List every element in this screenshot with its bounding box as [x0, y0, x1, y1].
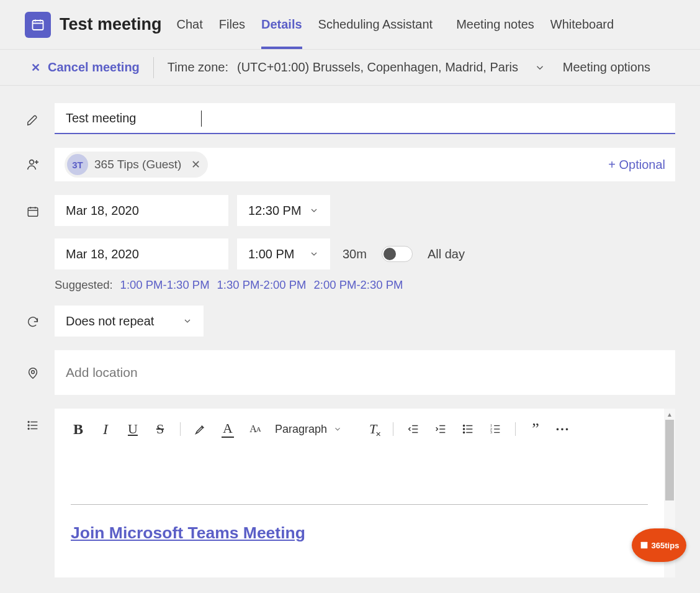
- numbered-list-button[interactable]: 123: [483, 417, 508, 441]
- recurrence-row: Does not repeat: [25, 306, 675, 337]
- location-input[interactable]: [55, 350, 675, 395]
- action-bar: ✕ Cancel meeting Time zone: (UTC+01:00) …: [0, 50, 700, 86]
- clear-formatting-button[interactable]: T✕: [361, 417, 385, 441]
- scroll-up-arrow-icon[interactable]: ▲: [664, 409, 675, 420]
- toolbar-separator: [515, 422, 516, 436]
- scroll-thumb[interactable]: [665, 420, 674, 500]
- cancel-meeting-button[interactable]: ✕ Cancel meeting: [31, 57, 154, 78]
- tab-whiteboard[interactable]: Whiteboard: [550, 0, 614, 49]
- suggested-label: Suggested:: [55, 278, 113, 292]
- quote-button[interactable]: ”: [523, 417, 548, 441]
- svg-point-29: [464, 432, 465, 433]
- add-optional-button[interactable]: + Optional: [608, 158, 665, 172]
- svg-point-27: [464, 425, 465, 426]
- attendee-name: 365 Tips (Guest): [94, 158, 181, 171]
- suggested-slot[interactable]: 1:30 PM-2:00 PM: [217, 278, 307, 292]
- top-header: Test meeting Chat Files Details Scheduli…: [0, 0, 700, 50]
- tab-scheduling-assistant[interactable]: Scheduling Assistant: [318, 0, 433, 49]
- attendee-chip: 3T 365 Tips (Guest) ✕: [65, 152, 208, 178]
- svg-point-17: [28, 428, 29, 430]
- calendar-app-icon: [25, 12, 51, 38]
- duration-label: 30m: [343, 247, 367, 261]
- toolbar-separator: [393, 422, 393, 436]
- svg-rect-0: [33, 20, 43, 30]
- strikethrough-button[interactable]: S: [148, 417, 173, 441]
- svg-point-4: [30, 160, 34, 165]
- allday-toggle[interactable]: [382, 246, 413, 262]
- more-options-button[interactable]: ···: [550, 417, 575, 441]
- editor-body[interactable]: Join Microsoft Teams Meeting: [55, 450, 664, 577]
- horizontal-rule: [71, 504, 648, 505]
- italic-button[interactable]: I: [93, 417, 118, 441]
- bold-button[interactable]: B: [66, 417, 91, 441]
- meeting-options-button[interactable]: Meeting options: [563, 60, 675, 75]
- recurrence-select[interactable]: Does not repeat: [55, 306, 204, 337]
- tab-files[interactable]: Files: [219, 0, 245, 49]
- underline-button[interactable]: U: [120, 417, 145, 441]
- paragraph-style-label: Paragraph: [275, 423, 327, 436]
- chevron-down-icon: [333, 425, 342, 433]
- page-title: Test meeting: [60, 15, 162, 34]
- recurrence-value: Does not repeat: [66, 314, 154, 328]
- timezone-label: Time zone:: [168, 60, 228, 75]
- outdent-button[interactable]: [401, 417, 426, 441]
- allday-label: All day: [428, 247, 465, 261]
- text-caret: [201, 111, 202, 127]
- start-time-field[interactable]: 12:30 PM: [237, 195, 330, 226]
- meeting-title-input[interactable]: [55, 103, 675, 134]
- repeat-icon: [25, 314, 41, 330]
- editor-toolbar: B I U S A AA Paragraph: [55, 409, 664, 450]
- start-date-field[interactable]: Mar 18, 2020: [55, 195, 228, 226]
- highlight-button[interactable]: [188, 417, 213, 441]
- font-color-button[interactable]: A: [215, 417, 240, 441]
- chevron-down-icon: [309, 206, 319, 215]
- svg-point-28: [464, 428, 465, 430]
- start-time-value: 12:30 PM: [248, 204, 302, 218]
- description-editor: B I U S A AA Paragraph: [55, 409, 675, 577]
- chevron-down-icon: [182, 316, 192, 326]
- brand-badge[interactable]: 365tips: [632, 528, 686, 562]
- tab-details[interactable]: Details: [261, 0, 302, 49]
- suggested-times: Suggested: 1:00 PM-1:30 PM 1:30 PM-2:00 …: [55, 278, 675, 292]
- tab-list: Chat Files Details Scheduling Assistant …: [177, 0, 614, 49]
- close-icon: ✕: [31, 61, 40, 75]
- paragraph-style-select[interactable]: Paragraph: [270, 423, 347, 436]
- calendar-icon: [25, 204, 41, 220]
- remove-attendee-icon[interactable]: ✕: [191, 158, 200, 171]
- suggested-slot[interactable]: 2:00 PM-2:30 PM: [314, 278, 403, 292]
- svg-point-11: [32, 371, 35, 374]
- attendees-row: 3T 365 Tips (Guest) ✕ + Optional: [25, 148, 675, 181]
- svg-rect-36: [640, 542, 647, 549]
- location-icon: [25, 365, 41, 381]
- chevron-down-icon: [309, 249, 319, 259]
- bulleted-list-button[interactable]: [455, 417, 480, 441]
- svg-point-16: [28, 425, 29, 426]
- end-time-field[interactable]: 1:00 PM: [237, 238, 330, 269]
- timezone-selector[interactable]: Time zone: (UTC+01:00) Brussels, Copenha…: [168, 60, 545, 75]
- datetime-row: Mar 18, 2020 12:30 PM Mar 18, 2020 1:00 …: [25, 195, 675, 292]
- end-date-field[interactable]: Mar 18, 2020: [55, 238, 228, 269]
- svg-rect-7: [28, 208, 38, 217]
- end-time-value: 1:00 PM: [248, 247, 294, 261]
- cancel-meeting-label: Cancel meeting: [48, 60, 140, 75]
- toolbar-separator: [180, 422, 181, 436]
- description-row: B I U S A AA Paragraph: [25, 409, 675, 577]
- svg-text:3: 3: [490, 430, 492, 434]
- timezone-value: (UTC+01:00) Brussels, Copenhagen, Madrid…: [237, 60, 518, 75]
- location-row: [25, 350, 675, 395]
- join-teams-meeting-link[interactable]: Join Microsoft Teams Meeting: [71, 523, 305, 543]
- brand-badge-label: 365tips: [652, 541, 680, 550]
- font-size-button[interactable]: AA: [243, 417, 267, 441]
- tab-meeting-notes[interactable]: Meeting notes: [456, 0, 534, 49]
- pencil-icon: [25, 112, 41, 128]
- avatar: 3T: [67, 154, 88, 175]
- suggested-slot[interactable]: 1:00 PM-1:30 PM: [120, 278, 210, 292]
- add-person-icon: [25, 156, 41, 173]
- indent-button[interactable]: [428, 417, 453, 441]
- list-icon: [25, 417, 41, 433]
- svg-point-15: [28, 422, 29, 423]
- title-row: [25, 103, 675, 134]
- tab-chat[interactable]: Chat: [177, 0, 203, 49]
- meeting-form: 3T 365 Tips (Guest) ✕ + Optional Mar 18,…: [0, 86, 700, 577]
- attendees-input[interactable]: 3T 365 Tips (Guest) ✕ + Optional: [55, 148, 675, 181]
